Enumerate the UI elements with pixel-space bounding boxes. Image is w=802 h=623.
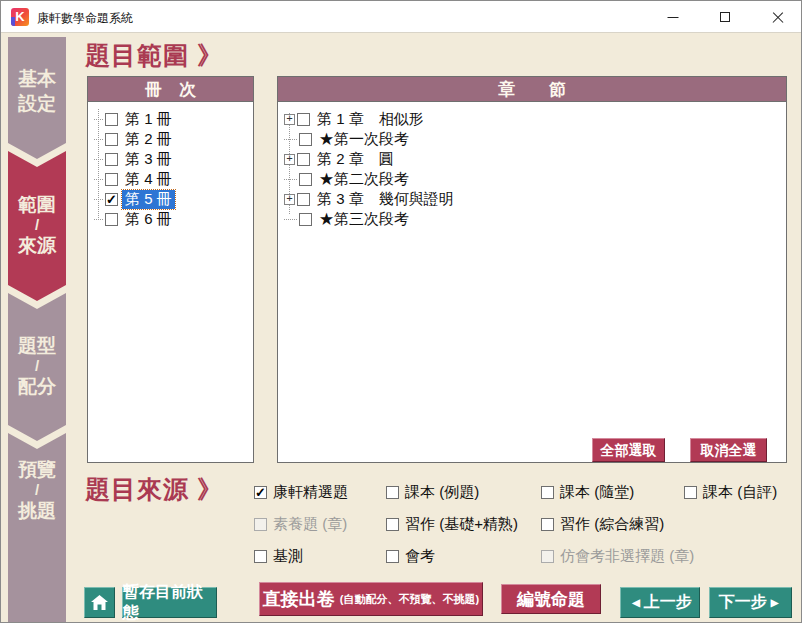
option-checkbox[interactable] [386,550,399,563]
chapter-checkbox-6[interactable] [299,213,312,226]
chapter-row-5[interactable]: +第 3 章 幾何與證明 [284,189,782,209]
range-section-title: 題目範圍 》 [85,39,223,72]
volume-row-3[interactable]: 第 3 冊 [94,149,249,169]
volume-label[interactable]: 第 1 冊 [122,110,175,129]
chapter-label[interactable]: ★第一次段考 [316,130,412,149]
option-checkbox [541,550,554,563]
chapter-row-2[interactable]: ★第一次段考 [284,129,782,149]
sidebar-tab-range-source[interactable]: 範圍 / 來源 [8,151,66,301]
volume-checkbox-1[interactable] [105,113,118,126]
option-workbook-basic[interactable]: 習作 (基礎+精熟) [386,515,518,534]
minimize-button[interactable] [649,1,697,33]
chapter-row-3[interactable]: +第 2 章 圓 [284,149,782,169]
volume-checkbox-6[interactable] [105,213,118,226]
option-checkbox[interactable] [386,518,399,531]
right-arrow-icon: ▶ [771,597,779,608]
direct-generate-button[interactable]: 直接出卷 (自動配分、不預覽、不挑題) [259,582,483,616]
minimize-icon [668,17,679,18]
option-label: 素養題 (章) [273,515,347,534]
volume-row-2[interactable]: 第 2 冊 [94,129,249,149]
option-textbook-inclass[interactable]: 課本 (隨堂) [541,483,634,502]
option-checkbox[interactable] [541,486,554,499]
chapter-checkbox-5[interactable] [297,193,310,206]
app-window: K 康軒數學命題系統 基本 設定 範圍 / 來源 題型 / 配分 預覽 / 挑題… [0,0,802,623]
select-all-button[interactable]: 全部選取 [592,438,665,462]
option-textbook-examples[interactable]: 課本 (例題) [386,483,479,502]
window-title: 康軒數學命題系統 [37,10,133,27]
volume-label[interactable]: 第 2 冊 [122,130,175,149]
volume-row-5[interactable]: 第 5 冊 [94,189,249,209]
volume-checkbox-3[interactable] [105,153,118,166]
next-step-button[interactable]: 下一步▶ [709,587,792,618]
expand-plus-icon[interactable]: + [284,114,295,125]
maximize-button[interactable] [701,1,749,33]
tab-label: 預覽 [18,457,56,482]
sidebar-tab-basic-settings[interactable]: 基本 設定 [8,37,66,159]
option-label: 習作 (綜合練習) [560,515,664,534]
option-textbook-selfcheck[interactable]: 課本 (自評) [684,483,777,502]
chapter-label[interactable]: ★第二次段考 [316,170,412,189]
expand-plus-icon[interactable]: + [284,194,295,205]
volume-checkbox-4[interactable] [105,173,118,186]
volume-checkbox-5[interactable] [105,193,118,206]
tab-slash: / [35,482,39,498]
chapter-row-4[interactable]: ★第二次段考 [284,169,782,189]
option-label: 習作 (基礎+精熟) [405,515,518,534]
option-checkbox [254,518,267,531]
left-arrow-icon: ◀ [632,597,640,608]
volume-panel-header: 冊 次 [87,76,254,102]
chapter-label[interactable]: ★第三次段考 [316,210,412,229]
app-logo-icon: K [11,8,29,26]
volume-label[interactable]: 第 3 冊 [122,150,175,169]
chapter-row-6[interactable]: ★第三次段考 [284,209,782,229]
numbered-generate-button[interactable]: 編號命題 [501,584,601,614]
chapter-checkbox-4[interactable] [299,173,312,186]
option-workbook-comprehensive[interactable]: 習作 (綜合練習) [541,515,664,534]
volume-checkbox-2[interactable] [105,133,118,146]
expand-plus-icon[interactable]: + [284,154,295,165]
chapter-label[interactable]: 第 3 章 幾何與證明 [314,190,457,209]
option-label: 課本 (例題) [405,483,479,502]
close-button[interactable] [753,1,802,33]
volume-row-1[interactable]: 第 1 冊 [94,109,249,129]
next-step-label: 下一步 [719,592,767,613]
option-kanghsuan-selected[interactable]: 康軒精選題 [254,483,348,502]
volume-label[interactable]: 第 4 冊 [122,170,175,189]
sidebar-tab-question-types[interactable]: 題型 / 配分 [8,293,66,441]
option-label: 基測 [273,547,303,566]
tab-label: 來源 [18,233,56,258]
chapter-label[interactable]: 第 2 章 圓 [314,150,397,169]
volume-row-4[interactable]: 第 4 冊 [94,169,249,189]
option-checkbox[interactable] [541,518,554,531]
tab-label: 基本 [18,66,56,91]
tab-slash: / [35,358,39,374]
volume-row-6[interactable]: 第 6 冊 [94,209,249,229]
option-basic-test[interactable]: 基測 [254,547,303,566]
chapter-row-1[interactable]: +第 1 章 相似形 [284,109,782,129]
option-label: 仿會考非選擇題 (章) [560,547,694,566]
tab-label: 設定 [18,91,56,116]
direct-generate-sublabel: (自動配分、不預覽、不挑題) [340,592,479,607]
chapter-checkbox-3[interactable] [297,153,310,166]
previous-step-button[interactable]: ◀上一步 [620,587,700,618]
option-checkbox[interactable] [254,486,267,499]
source-section-title: 題目來源 》 [85,473,223,506]
volume-tree: 第 1 冊 第 2 冊 第 3 冊 第 4 冊 第 5 冊 第 6 冊 [88,103,253,462]
volume-label[interactable]: 第 6 冊 [122,210,175,229]
tab-label: 題型 [18,333,56,358]
chapter-checkbox-1[interactable] [297,113,310,126]
save-state-button[interactable]: 暫存目前狀態 [122,587,217,618]
option-cap-exam[interactable]: 會考 [386,547,435,566]
volume-label-selected[interactable]: 第 5 冊 [122,190,175,209]
option-label: 課本 (隨堂) [560,483,634,502]
chapter-checkbox-2[interactable] [299,133,312,146]
sidebar-tab-preview-pick[interactable]: 預覽 / 挑題 [8,433,66,623]
chapter-label[interactable]: 第 1 章 相似形 [314,110,427,129]
option-mock-nonchoice-disabled: 仿會考非選擇題 (章) [541,547,694,566]
option-checkbox[interactable] [684,486,697,499]
deselect-all-button[interactable]: 取消全選 [690,438,767,462]
home-button[interactable] [84,587,115,618]
option-checkbox[interactable] [254,550,267,563]
option-checkbox[interactable] [386,486,399,499]
option-label: 康軒精選題 [273,483,348,502]
